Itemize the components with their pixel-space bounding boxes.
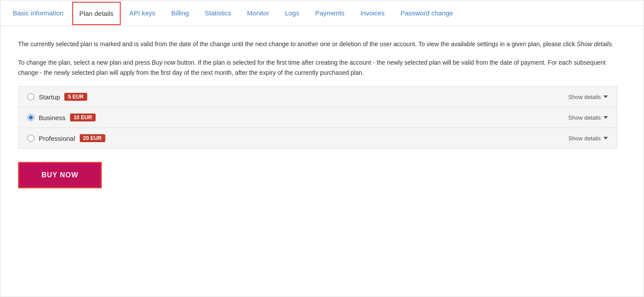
plan-left-startup: Startup 5 EUR — [27, 93, 87, 101]
page-wrapper: Basic information Plan details API keys … — [0, 0, 644, 297]
tab-statistics[interactable]: Statistics — [197, 0, 239, 26]
tab-api-keys[interactable]: API keys — [122, 0, 163, 26]
description-paragraph-2: To change the plan, select a new plan an… — [18, 58, 617, 77]
buy-now-button[interactable]: BUY NOW — [18, 162, 102, 188]
plan-name-startup: Startup — [39, 93, 60, 101]
plan-row-business: Business 10 EUR Show details — [19, 107, 617, 128]
plans-container: Startup 5 EUR Show details Business 10 E… — [18, 86, 617, 149]
plan-badge-professional: 20 EUR — [80, 134, 105, 142]
plan-radio-startup[interactable] — [27, 93, 34, 100]
main-content: The currently selected plan is marked an… — [0, 26, 626, 202]
chevron-down-icon-professional — [603, 137, 608, 139]
tab-plan-details[interactable]: Plan details — [72, 2, 121, 25]
description-paragraph-1: The currently selected plan is marked an… — [18, 39, 617, 49]
tab-basic-information[interactable]: Basic information — [5, 0, 71, 26]
plan-radio-business[interactable] — [27, 114, 34, 121]
plan-name-business: Business — [39, 114, 66, 121]
nav-tabs: Basic information Plan details API keys … — [0, 0, 644, 26]
buy-now-wrapper: BUY NOW — [18, 162, 617, 188]
plan-row-startup: Startup 5 EUR Show details — [19, 87, 617, 107]
tab-monitor[interactable]: Monitor — [239, 0, 277, 26]
plan-left-professional: Professional 20 EUR — [27, 134, 105, 142]
plan-radio-professional[interactable] — [27, 135, 34, 142]
plan-name-professional: Professional — [39, 135, 75, 142]
show-details-professional[interactable]: Show details — [568, 135, 608, 142]
plan-left-business: Business 10 EUR — [27, 114, 96, 121]
plan-badge-business: 10 EUR — [70, 114, 96, 121]
chevron-down-icon-business — [603, 116, 608, 119]
plan-badge-startup: 5 EUR — [64, 93, 87, 101]
tab-billing[interactable]: Billing — [163, 0, 197, 26]
tab-invoices[interactable]: Invoices — [352, 0, 392, 26]
plan-row-professional: Professional 20 EUR Show details — [19, 128, 617, 148]
chevron-down-icon-startup — [603, 95, 608, 98]
tab-payments[interactable]: Payments — [307, 0, 352, 26]
tab-password-change[interactable]: Password change — [392, 0, 461, 26]
show-details-business[interactable]: Show details — [568, 114, 608, 121]
tab-logs[interactable]: Logs — [277, 0, 307, 26]
show-details-startup[interactable]: Show details — [568, 94, 608, 100]
